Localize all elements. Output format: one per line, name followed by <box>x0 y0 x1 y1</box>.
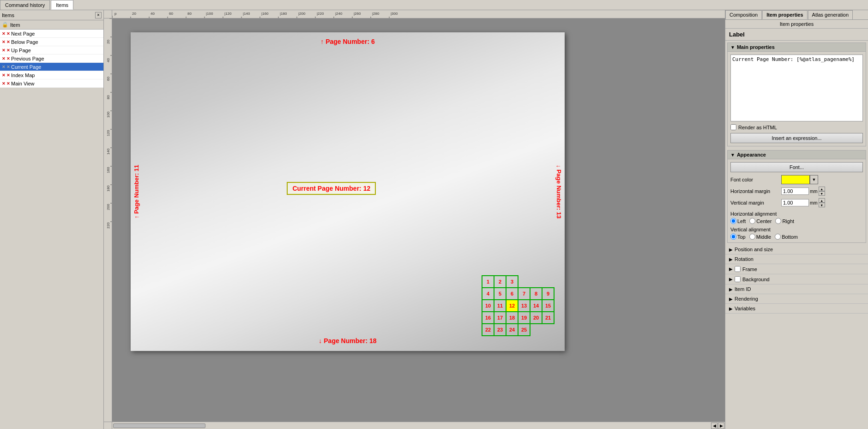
item-x-icon: ✕ <box>6 56 10 61</box>
svg-text:40: 40 <box>151 12 155 16</box>
h-alignment-section: Horizontal alignment Left Center Right <box>730 211 863 224</box>
section-expand-icon: ▼ <box>730 152 735 157</box>
tab-item-properties[interactable]: Item properties <box>762 10 807 19</box>
v-margin-up-button[interactable]: ▲ <box>819 198 825 203</box>
font-button[interactable]: Font... <box>730 162 863 172</box>
canvas-viewport[interactable]: ↑ Page Number: 6 ↓ Page Number: 18 ↑ Pag… <box>112 18 725 422</box>
item-x-icon: ✕ <box>2 48 6 53</box>
item-x-icon: ✕ <box>6 65 10 69</box>
font-color-dropdown[interactable]: ▼ <box>810 175 818 184</box>
position-size-row[interactable]: ▶ Position and size <box>725 245 868 254</box>
arrow-right-icon: ▶ <box>729 296 733 302</box>
svg-text:|140: |140 <box>243 12 250 16</box>
horizontal-scrollbar[interactable] <box>112 422 711 429</box>
main-properties-header[interactable]: ▼ Main properties <box>728 43 866 52</box>
appearance-section-header[interactable]: ▼ Appearance <box>728 151 866 159</box>
position-size-label: Position and size <box>735 247 773 252</box>
arrow-right-icon: ▶ <box>729 306 733 311</box>
left-panel-close-button[interactable]: × <box>95 12 102 18</box>
lock-column-icon: 🔒 <box>2 22 8 28</box>
h-margin-up-button[interactable]: ▲ <box>819 187 825 191</box>
item-label: Up Page <box>11 48 31 53</box>
item-x-icon: ✕ <box>2 65 6 69</box>
item-id-label: Item ID <box>735 286 751 292</box>
tab-items[interactable]: Items <box>51 0 73 10</box>
item-x-icon: ✕ <box>2 40 6 44</box>
v-margin-input[interactable] <box>781 199 809 206</box>
item-label: Main View <box>11 81 35 86</box>
h-align-center-radio[interactable] <box>749 218 755 224</box>
scroll-left-button[interactable]: ◀ <box>711 423 717 429</box>
horizontal-ruler: p 20 40 60 80 |100 |120 | <box>112 10 725 18</box>
item-x-icon: ✕ <box>6 40 10 44</box>
v-align-top-option[interactable]: Top <box>730 234 746 240</box>
v-align-middle-radio[interactable] <box>749 234 755 240</box>
scroll-right-button[interactable]: ▶ <box>718 423 724 429</box>
current-page-box: Current Page Number: 12 <box>287 182 376 195</box>
frame-row[interactable]: ▶ Frame <box>725 264 868 274</box>
label-section-title: Label <box>725 29 868 41</box>
variables-row[interactable]: ▶ Variables <box>725 304 868 314</box>
svg-text:|100: |100 <box>206 12 213 16</box>
v-align-middle-option[interactable]: Middle <box>749 234 771 240</box>
item-label: Next Page <box>11 31 35 36</box>
h-align-center-option[interactable]: Center <box>749 218 772 224</box>
v-align-bottom-option[interactable]: Bottom <box>775 234 798 240</box>
svg-text:220: 220 <box>106 222 110 229</box>
ruler-v-svg: 20 40 60 80 100 120 140 1 <box>104 18 112 422</box>
svg-text:100: 100 <box>106 111 110 118</box>
h-align-left-radio[interactable] <box>730 218 736 224</box>
h-margin-label: Horizontal margin <box>730 188 781 194</box>
item-column-label: Item <box>10 22 20 28</box>
svg-text:20: 20 <box>132 12 136 16</box>
svg-text:200: 200 <box>106 204 110 210</box>
h-align-left-option[interactable]: Left <box>730 218 746 224</box>
list-item[interactable]: ✕ ✕ Up Page <box>0 46 103 54</box>
insert-expression-button[interactable]: Insert an expression... <box>730 133 863 143</box>
svg-text:40: 40 <box>106 58 110 62</box>
list-item[interactable]: ✕ ✕ Index Map <box>0 71 103 79</box>
list-item[interactable]: ✕ ✕ Previous Page <box>0 54 103 63</box>
h-margin-input[interactable] <box>781 187 809 195</box>
list-item[interactable]: ✕ ✕ Next Page <box>0 30 103 38</box>
list-item-current-page[interactable]: ✕ ✕ Current Page <box>0 63 103 71</box>
svg-text:140: 140 <box>106 148 110 155</box>
v-margin-down-button[interactable]: ▼ <box>819 203 825 207</box>
svg-text:80: 80 <box>187 12 192 16</box>
item-label: Previous Page <box>11 56 44 61</box>
item-label: Current Page <box>11 64 41 70</box>
v-align-bottom-radio[interactable] <box>775 234 781 240</box>
background-label: Background <box>742 277 770 282</box>
frame-checkbox[interactable] <box>735 266 741 272</box>
font-color-label: Font color <box>730 177 781 182</box>
tab-command-history[interactable]: Command history <box>0 0 50 10</box>
svg-text:|300: |300 <box>391 12 398 16</box>
svg-rect-0 <box>112 10 725 18</box>
tab-composition[interactable]: Composition <box>725 10 762 19</box>
h-align-right-radio[interactable] <box>775 218 781 224</box>
svg-text:80: 80 <box>106 95 110 99</box>
expression-textarea[interactable] <box>730 54 863 121</box>
main-properties-label: Main properties <box>737 44 775 50</box>
arrow-right-icon: ▶ <box>729 257 733 262</box>
v-alignment-section: Vertical alignment Top Middle Bottom <box>730 227 863 240</box>
h-margin-down-button[interactable]: ▼ <box>819 191 825 196</box>
h-align-right-option[interactable]: Right <box>775 218 794 224</box>
item-id-row[interactable]: ▶ Item ID <box>725 284 868 294</box>
rendering-row[interactable]: ▶ Rendering <box>725 294 868 304</box>
section-expand-icon: ▼ <box>730 45 735 50</box>
tab-atlas-generation[interactable]: Atlas generation <box>808 10 853 19</box>
background-row[interactable]: ▶ Background <box>725 274 868 284</box>
v-align-top-radio[interactable] <box>730 234 736 240</box>
svg-text:|220: |220 <box>317 12 324 16</box>
list-item[interactable]: ✕ ✕ Main View <box>0 79 103 88</box>
render-html-row: Render as HTML <box>730 124 863 130</box>
arrow-right-icon: ▶ <box>729 287 733 292</box>
background-checkbox[interactable] <box>735 276 741 282</box>
font-color-swatch[interactable] <box>781 175 810 184</box>
render-html-checkbox[interactable] <box>730 124 736 130</box>
canvas-page: ↑ Page Number: 6 ↓ Page Number: 18 ↑ Pag… <box>131 32 565 351</box>
list-item[interactable]: ✕ ✕ Below Page <box>0 38 103 46</box>
appearance-label: Appearance <box>737 152 766 157</box>
rotation-row[interactable]: ▶ Rotation <box>725 254 868 264</box>
